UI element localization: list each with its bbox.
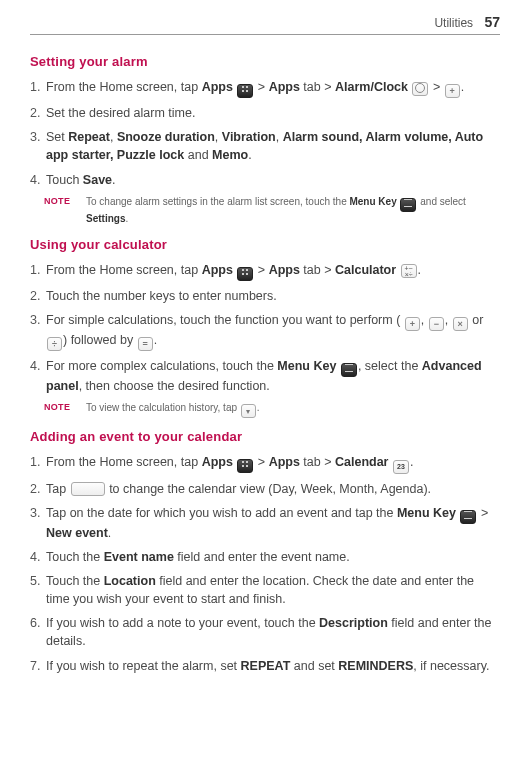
list-item: 2. Touch the number keys to enter number…: [30, 287, 500, 305]
plus-icon: [405, 317, 420, 331]
list-item: 1. From the Home screen, tap Apps > Apps…: [30, 261, 500, 281]
list-item: 1. From the Home screen, tap Apps > Apps…: [30, 453, 500, 474]
list-item: 4. Touch Save.: [30, 171, 500, 189]
divide-icon: [47, 337, 62, 351]
list-item: 3. For simple calculations, touch the fu…: [30, 311, 500, 351]
menu-key-icon: [400, 198, 416, 212]
minus-icon: [429, 317, 444, 331]
list-item: 1. From the Home screen, tap Apps > Apps…: [30, 78, 500, 98]
apps-icon: [237, 459, 253, 473]
note-alarm: NOTE To change alarm settings in the ala…: [44, 195, 500, 226]
list-item: 3. Tap on the date for which you wish to…: [30, 504, 500, 542]
note-calc: NOTE To view the calculation history, ta…: [44, 401, 500, 418]
page-number: 57: [484, 14, 500, 30]
apps-icon: [237, 84, 253, 98]
equals-icon: [138, 337, 153, 351]
section-name: Utilities: [434, 16, 473, 30]
alarm-steps: 1. From the Home screen, tap Apps > Apps…: [30, 78, 500, 189]
multiply-icon: [453, 317, 468, 331]
list-item: 3. Set Repeat, Snooze duration, Vibratio…: [30, 128, 500, 164]
list-item: 2. Set the desired alarm time.: [30, 104, 500, 122]
calculator-icon: +−×÷: [401, 264, 417, 278]
calendar-icon: 23: [393, 460, 409, 474]
page-header: Utilities 57: [30, 12, 500, 35]
section-title-calendar: Adding an event to your calendar: [30, 428, 500, 447]
list-item: 4. Touch the Event name field and enter …: [30, 548, 500, 566]
calendar-steps: 1. From the Home screen, tap Apps > Apps…: [30, 453, 500, 675]
view-selector-icon: [71, 482, 105, 496]
list-item: 5. Touch the Location field and enter th…: [30, 572, 500, 608]
note-label: NOTE: [44, 195, 86, 226]
menu-key-icon: [341, 363, 357, 377]
section-title-calc: Using your calculator: [30, 236, 500, 255]
apps-icon: [237, 267, 253, 281]
list-item: 6. If you wish to add a note to your eve…: [30, 614, 500, 650]
section-title-alarm: Setting your alarm: [30, 53, 500, 72]
add-alarm-icon: [445, 84, 460, 98]
list-item: 4. For more complex calculations, touch …: [30, 357, 500, 395]
history-dropdown-icon: [241, 404, 256, 418]
clock-icon: [412, 82, 428, 96]
calc-steps: 1. From the Home screen, tap Apps > Apps…: [30, 261, 500, 395]
menu-key-icon: [460, 510, 476, 524]
list-item: 2. Tap to change the calendar view (Day,…: [30, 480, 500, 498]
note-label: NOTE: [44, 401, 86, 418]
list-item: 7. If you wish to repeat the alarm, set …: [30, 657, 500, 675]
